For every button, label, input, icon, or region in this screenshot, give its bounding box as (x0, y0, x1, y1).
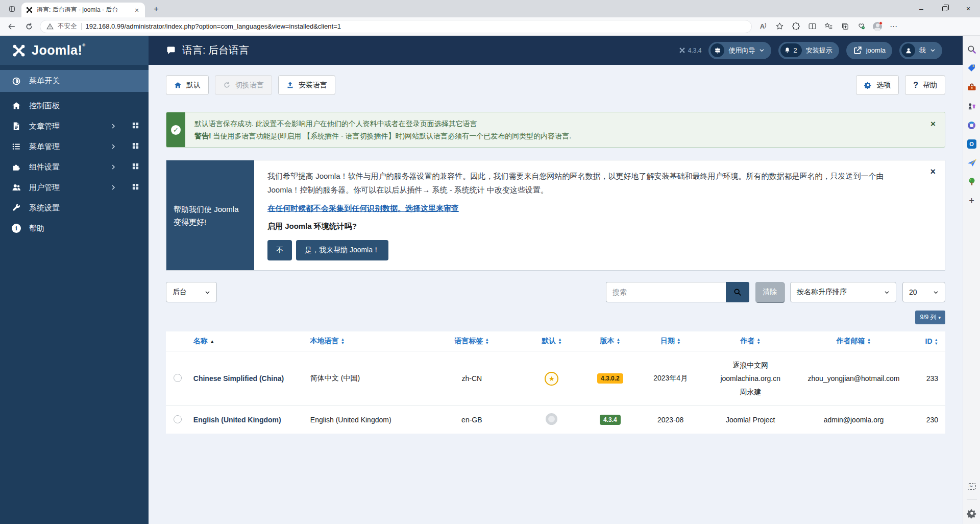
joomla-admin-app: Joomla!® 语言: 后台语言 4.3.4 使用向导 (0, 36, 963, 524)
stats-review-link[interactable]: 在任何时候都不会采集到任何识别数据。选择这里来审查 (267, 204, 459, 213)
collections-icon[interactable] (838, 20, 852, 33)
dashboard-grid-icon[interactable] (132, 183, 139, 192)
language-tag-cell: zh-CN (423, 351, 521, 406)
more-menu-icon[interactable]: ⋯ (887, 20, 901, 33)
wrench-icon (11, 203, 22, 212)
date-cell: 2023-08 (638, 406, 704, 434)
columns-dropdown-badge[interactable]: 9/9 列 ▾ (915, 311, 945, 324)
window-close-button[interactable]: × (957, 5, 980, 13)
install-language-button[interactable]: 安装语言 (278, 75, 335, 95)
column-header-name[interactable]: 名称▲ (189, 331, 306, 351)
options-button[interactable]: 选项 (856, 75, 899, 95)
guided-tour-button[interactable]: 使用向导 (708, 42, 771, 59)
sidebar-item-system[interactable]: 系统设置 (0, 198, 149, 218)
column-header-default[interactable]: 默认▲▼ (521, 331, 583, 351)
column-header-email[interactable]: 作者邮箱▲▼ (797, 331, 910, 351)
column-header-native[interactable]: 本地语言▲▼ (306, 331, 423, 351)
back-icon[interactable] (5, 20, 18, 33)
drop-icon[interactable] (966, 157, 977, 169)
settings-gear-icon[interactable] (966, 508, 977, 519)
reload-icon[interactable] (22, 20, 36, 33)
dashboard-grid-icon[interactable] (132, 122, 139, 131)
dashboard-grid-icon[interactable] (132, 142, 139, 151)
help-button[interactable]: ? 帮助 (905, 75, 945, 95)
stats-yes-button[interactable]: 是，我来帮助 Joomla！ (296, 240, 388, 260)
search-icon[interactable] (966, 44, 977, 55)
column-header-version[interactable]: 版本▲▼ (583, 331, 638, 351)
read-aloud-icon[interactable]: A) (756, 20, 770, 33)
search-icon (733, 288, 742, 296)
dashboard-grid-icon[interactable] (132, 162, 139, 172)
alert-close-icon[interactable]: × (930, 112, 945, 147)
users-icon (11, 183, 22, 192)
sidebar-item-dashboard[interactable]: 控制面板 (0, 96, 149, 116)
success-alert: ✓ 默认语言保存成功. 此设置不会影响用户在他们的个人资料中或者在登录页面选择其… (166, 112, 945, 148)
extensions-icon[interactable] (789, 20, 803, 33)
screenshot-snip-icon[interactable] (966, 481, 977, 492)
set-default-icon[interactable] (546, 413, 557, 425)
language-name-link[interactable]: English (United Kingdom) (193, 416, 281, 424)
search-input[interactable] (606, 282, 726, 302)
profile-avatar[interactable] (870, 20, 885, 33)
split-screen-icon[interactable] (805, 20, 819, 33)
chevron-right-icon[interactable] (110, 183, 116, 192)
window-restore-button[interactable] (933, 6, 957, 11)
shopping-icon[interactable] (966, 63, 977, 74)
favorite-star-icon[interactable] (772, 20, 787, 33)
address-bar[interactable]: 不安全 192.168.0.99/administrator/index.php… (40, 20, 752, 33)
chevron-right-icon[interactable] (110, 142, 116, 151)
sidebar-item-content[interactable]: 文章管理 (0, 116, 149, 136)
limit-select[interactable]: 20 (902, 282, 945, 302)
sidebar-item-components[interactable]: 组件设置 (0, 157, 149, 177)
sidebar-item-help[interactable]: i 帮助 (0, 218, 149, 239)
user-menu-button[interactable]: 我 (899, 42, 942, 59)
column-header-id[interactable]: ID▲▼ (910, 331, 945, 351)
joomla-favicon-icon (26, 6, 33, 14)
tab-actions-icon[interactable] (4, 2, 19, 16)
alert-status-strip: ✓ (166, 112, 185, 147)
sidebar-item-menu-toggle[interactable]: 菜单开关 (0, 70, 149, 92)
outlook-icon[interactable]: O (966, 138, 977, 150)
search-button[interactable] (726, 282, 749, 302)
games-icon[interactable] (966, 101, 977, 112)
author-cell: Joomla! Project (704, 406, 797, 434)
window-minimize-button[interactable]: – (910, 5, 933, 13)
chevron-right-icon[interactable] (110, 122, 116, 131)
joomla-version: 4.3.4 (679, 47, 702, 54)
add-to-sidebar-icon[interactable]: + (966, 195, 977, 206)
upload-icon (286, 81, 294, 89)
browser-essentials-icon[interactable] (854, 20, 868, 33)
client-select[interactable]: 后台 (166, 282, 217, 302)
rail-divider (967, 499, 977, 500)
tab-close-icon[interactable]: × (133, 6, 141, 14)
tools-icon[interactable] (966, 82, 977, 93)
stats-no-button[interactable]: 不 (267, 240, 292, 260)
joomla-logo-icon (11, 43, 27, 58)
new-tab-button[interactable]: + (150, 4, 162, 14)
column-header-author[interactable]: 作者▲▼ (704, 331, 797, 351)
default-button[interactable]: 默认 (166, 75, 209, 95)
sort-icon: ▲▼ (485, 338, 489, 345)
browser-tab[interactable]: 语言: 后台语言 - joomla - 后台 × (21, 3, 145, 17)
language-name-link[interactable]: Chinese Simplified (China) (193, 374, 284, 383)
sidebar-item-menus[interactable]: 菜单管理 (0, 136, 149, 157)
column-header-date[interactable]: 日期▲▼ (638, 331, 704, 351)
row-radio[interactable] (174, 374, 182, 382)
row-radio[interactable] (174, 415, 182, 423)
microsoft365-icon[interactable] (966, 120, 977, 131)
sidebar-item-users[interactable]: 用户管理 (0, 177, 149, 198)
tree-icon[interactable] (966, 176, 977, 187)
chevron-right-icon[interactable] (110, 163, 116, 172)
reload-icon (223, 81, 231, 89)
sort-select[interactable]: 按名称升序排序 (790, 282, 896, 302)
sort-icon: ▲▼ (341, 338, 345, 345)
stats-close-icon[interactable]: × (930, 167, 936, 176)
default-language-star-icon[interactable]: ★ (545, 372, 558, 386)
joomla-logo[interactable]: Joomla!® (0, 36, 149, 65)
column-header-tag[interactable]: 语言标签▲▼ (423, 331, 521, 351)
clear-button[interactable]: 清除 (755, 282, 784, 302)
favorites-bar-icon[interactable] (821, 20, 836, 33)
home-icon (174, 81, 182, 89)
view-site-button[interactable]: joomla (846, 42, 892, 59)
notifications-button[interactable]: 2 安装提示 (778, 42, 839, 59)
